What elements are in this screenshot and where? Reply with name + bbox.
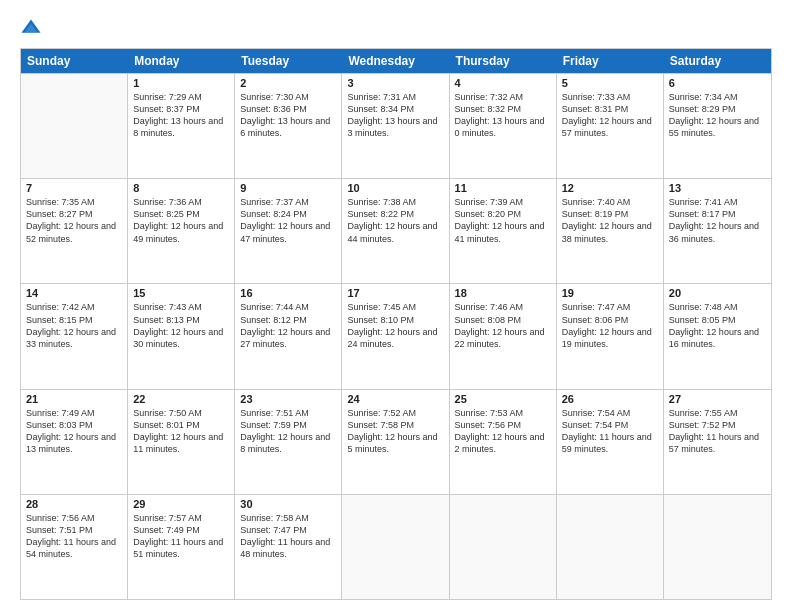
day-number: 29 <box>133 498 229 510</box>
day-number: 24 <box>347 393 443 405</box>
day-cell-29: 29Sunrise: 7:57 AM Sunset: 7:49 PM Dayli… <box>128 495 235 599</box>
day-number: 2 <box>240 77 336 89</box>
calendar-row-1: 7Sunrise: 7:35 AM Sunset: 8:27 PM Daylig… <box>21 178 771 283</box>
cell-info: Sunrise: 7:41 AM Sunset: 8:17 PM Dayligh… <box>669 196 766 245</box>
weekday-header-wednesday: Wednesday <box>342 49 449 73</box>
cell-info: Sunrise: 7:48 AM Sunset: 8:05 PM Dayligh… <box>669 301 766 350</box>
day-cell-10: 10Sunrise: 7:38 AM Sunset: 8:22 PM Dayli… <box>342 179 449 283</box>
day-cell-13: 13Sunrise: 7:41 AM Sunset: 8:17 PM Dayli… <box>664 179 771 283</box>
day-cell-1: 1Sunrise: 7:29 AM Sunset: 8:37 PM Daylig… <box>128 74 235 178</box>
cell-info: Sunrise: 7:36 AM Sunset: 8:25 PM Dayligh… <box>133 196 229 245</box>
cell-info: Sunrise: 7:52 AM Sunset: 7:58 PM Dayligh… <box>347 407 443 456</box>
day-number: 17 <box>347 287 443 299</box>
calendar-row-3: 21Sunrise: 7:49 AM Sunset: 8:03 PM Dayli… <box>21 389 771 494</box>
calendar-row-4: 28Sunrise: 7:56 AM Sunset: 7:51 PM Dayli… <box>21 494 771 599</box>
day-number: 4 <box>455 77 551 89</box>
cell-info: Sunrise: 7:55 AM Sunset: 7:52 PM Dayligh… <box>669 407 766 456</box>
day-cell-26: 26Sunrise: 7:54 AM Sunset: 7:54 PM Dayli… <box>557 390 664 494</box>
cell-info: Sunrise: 7:46 AM Sunset: 8:08 PM Dayligh… <box>455 301 551 350</box>
logo-icon <box>20 18 42 40</box>
cell-info: Sunrise: 7:34 AM Sunset: 8:29 PM Dayligh… <box>669 91 766 140</box>
day-number: 15 <box>133 287 229 299</box>
day-number: 22 <box>133 393 229 405</box>
empty-cell-4-5 <box>557 495 664 599</box>
cell-info: Sunrise: 7:51 AM Sunset: 7:59 PM Dayligh… <box>240 407 336 456</box>
cell-info: Sunrise: 7:49 AM Sunset: 8:03 PM Dayligh… <box>26 407 122 456</box>
empty-cell-4-3 <box>342 495 449 599</box>
day-number: 14 <box>26 287 122 299</box>
cell-info: Sunrise: 7:30 AM Sunset: 8:36 PM Dayligh… <box>240 91 336 140</box>
day-number: 7 <box>26 182 122 194</box>
cell-info: Sunrise: 7:31 AM Sunset: 8:34 PM Dayligh… <box>347 91 443 140</box>
calendar-header: SundayMondayTuesdayWednesdayThursdayFrid… <box>21 49 771 73</box>
day-cell-12: 12Sunrise: 7:40 AM Sunset: 8:19 PM Dayli… <box>557 179 664 283</box>
day-cell-9: 9Sunrise: 7:37 AM Sunset: 8:24 PM Daylig… <box>235 179 342 283</box>
day-cell-23: 23Sunrise: 7:51 AM Sunset: 7:59 PM Dayli… <box>235 390 342 494</box>
day-cell-25: 25Sunrise: 7:53 AM Sunset: 7:56 PM Dayli… <box>450 390 557 494</box>
logo <box>20 18 46 40</box>
day-cell-15: 15Sunrise: 7:43 AM Sunset: 8:13 PM Dayli… <box>128 284 235 388</box>
day-cell-16: 16Sunrise: 7:44 AM Sunset: 8:12 PM Dayli… <box>235 284 342 388</box>
day-cell-14: 14Sunrise: 7:42 AM Sunset: 8:15 PM Dayli… <box>21 284 128 388</box>
day-number: 13 <box>669 182 766 194</box>
day-number: 27 <box>669 393 766 405</box>
empty-cell-4-6 <box>664 495 771 599</box>
day-number: 6 <box>669 77 766 89</box>
day-number: 23 <box>240 393 336 405</box>
day-cell-28: 28Sunrise: 7:56 AM Sunset: 7:51 PM Dayli… <box>21 495 128 599</box>
cell-info: Sunrise: 7:56 AM Sunset: 7:51 PM Dayligh… <box>26 512 122 561</box>
day-number: 12 <box>562 182 658 194</box>
cell-info: Sunrise: 7:35 AM Sunset: 8:27 PM Dayligh… <box>26 196 122 245</box>
day-cell-5: 5Sunrise: 7:33 AM Sunset: 8:31 PM Daylig… <box>557 74 664 178</box>
day-cell-7: 7Sunrise: 7:35 AM Sunset: 8:27 PM Daylig… <box>21 179 128 283</box>
cell-info: Sunrise: 7:45 AM Sunset: 8:10 PM Dayligh… <box>347 301 443 350</box>
cell-info: Sunrise: 7:47 AM Sunset: 8:06 PM Dayligh… <box>562 301 658 350</box>
day-cell-2: 2Sunrise: 7:30 AM Sunset: 8:36 PM Daylig… <box>235 74 342 178</box>
day-number: 26 <box>562 393 658 405</box>
day-cell-20: 20Sunrise: 7:48 AM Sunset: 8:05 PM Dayli… <box>664 284 771 388</box>
header <box>20 18 772 40</box>
day-cell-30: 30Sunrise: 7:58 AM Sunset: 7:47 PM Dayli… <box>235 495 342 599</box>
weekday-header-thursday: Thursday <box>450 49 557 73</box>
day-cell-24: 24Sunrise: 7:52 AM Sunset: 7:58 PM Dayli… <box>342 390 449 494</box>
day-number: 25 <box>455 393 551 405</box>
page: SundayMondayTuesdayWednesdayThursdayFrid… <box>0 0 792 612</box>
day-number: 1 <box>133 77 229 89</box>
day-number: 5 <box>562 77 658 89</box>
day-cell-6: 6Sunrise: 7:34 AM Sunset: 8:29 PM Daylig… <box>664 74 771 178</box>
weekday-header-monday: Monday <box>128 49 235 73</box>
day-number: 16 <box>240 287 336 299</box>
day-number: 11 <box>455 182 551 194</box>
cell-info: Sunrise: 7:33 AM Sunset: 8:31 PM Dayligh… <box>562 91 658 140</box>
day-number: 20 <box>669 287 766 299</box>
cell-info: Sunrise: 7:39 AM Sunset: 8:20 PM Dayligh… <box>455 196 551 245</box>
cell-info: Sunrise: 7:44 AM Sunset: 8:12 PM Dayligh… <box>240 301 336 350</box>
day-cell-8: 8Sunrise: 7:36 AM Sunset: 8:25 PM Daylig… <box>128 179 235 283</box>
cell-info: Sunrise: 7:38 AM Sunset: 8:22 PM Dayligh… <box>347 196 443 245</box>
cell-info: Sunrise: 7:42 AM Sunset: 8:15 PM Dayligh… <box>26 301 122 350</box>
day-cell-11: 11Sunrise: 7:39 AM Sunset: 8:20 PM Dayli… <box>450 179 557 283</box>
day-cell-3: 3Sunrise: 7:31 AM Sunset: 8:34 PM Daylig… <box>342 74 449 178</box>
calendar-body: 1Sunrise: 7:29 AM Sunset: 8:37 PM Daylig… <box>21 73 771 599</box>
day-number: 21 <box>26 393 122 405</box>
day-number: 30 <box>240 498 336 510</box>
cell-info: Sunrise: 7:37 AM Sunset: 8:24 PM Dayligh… <box>240 196 336 245</box>
day-cell-22: 22Sunrise: 7:50 AM Sunset: 8:01 PM Dayli… <box>128 390 235 494</box>
day-cell-4: 4Sunrise: 7:32 AM Sunset: 8:32 PM Daylig… <box>450 74 557 178</box>
calendar: SundayMondayTuesdayWednesdayThursdayFrid… <box>20 48 772 600</box>
cell-info: Sunrise: 7:57 AM Sunset: 7:49 PM Dayligh… <box>133 512 229 561</box>
day-number: 8 <box>133 182 229 194</box>
weekday-header-saturday: Saturday <box>664 49 771 73</box>
cell-info: Sunrise: 7:43 AM Sunset: 8:13 PM Dayligh… <box>133 301 229 350</box>
calendar-row-2: 14Sunrise: 7:42 AM Sunset: 8:15 PM Dayli… <box>21 283 771 388</box>
day-cell-21: 21Sunrise: 7:49 AM Sunset: 8:03 PM Dayli… <box>21 390 128 494</box>
cell-info: Sunrise: 7:50 AM Sunset: 8:01 PM Dayligh… <box>133 407 229 456</box>
day-number: 3 <box>347 77 443 89</box>
day-cell-27: 27Sunrise: 7:55 AM Sunset: 7:52 PM Dayli… <box>664 390 771 494</box>
cell-info: Sunrise: 7:29 AM Sunset: 8:37 PM Dayligh… <box>133 91 229 140</box>
empty-cell-0-0 <box>21 74 128 178</box>
cell-info: Sunrise: 7:54 AM Sunset: 7:54 PM Dayligh… <box>562 407 658 456</box>
day-number: 10 <box>347 182 443 194</box>
empty-cell-4-4 <box>450 495 557 599</box>
calendar-row-0: 1Sunrise: 7:29 AM Sunset: 8:37 PM Daylig… <box>21 73 771 178</box>
